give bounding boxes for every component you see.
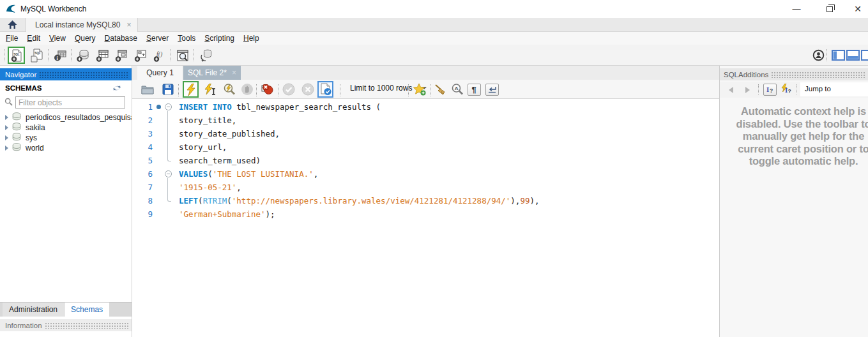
schema-inspector-icon: i [53, 49, 67, 63]
menu-scripting[interactable]: Scripting [200, 34, 239, 43]
schema-inspector-button[interactable]: i [51, 47, 68, 64]
toolbar-separator [278, 84, 278, 96]
tab-close-icon[interactable]: × [232, 68, 236, 77]
create-function-icon: f() [153, 49, 167, 63]
window-title: MySQL Workbench [20, 4, 86, 13]
menu-database[interactable]: Database [100, 34, 142, 43]
tab-administration[interactable]: Administration [3, 303, 65, 317]
explain-plan-button[interactable] [222, 82, 237, 97]
menu-help[interactable]: Help [239, 34, 264, 43]
new-sql-tab-button[interactable]: SQL [8, 47, 25, 64]
navigator-header: Navigator [0, 68, 132, 80]
search-table-data-button[interactable] [174, 47, 191, 64]
connection-tab[interactable]: Local instance MySQL80× [26, 18, 138, 32]
main-toolbar: SQL SQL i f() [0, 45, 868, 66]
beautify-button[interactable] [433, 82, 448, 97]
save-script-button[interactable] [160, 82, 176, 97]
close-button[interactable]: ✕ [848, 0, 867, 18]
marker-column [155, 167, 164, 181]
menu-file[interactable]: File [1, 34, 22, 43]
commit-button[interactable] [281, 82, 296, 97]
toggle-stop-on-error-button[interactable] [259, 82, 275, 97]
schema-item-sys[interactable]: sys [0, 133, 132, 143]
toolbar-separator [71, 49, 72, 61]
restore-icon [826, 6, 833, 12]
expand-arrow-icon[interactable] [5, 135, 8, 140]
save-snippet-button[interactable] [412, 82, 427, 97]
preferences-button[interactable] [810, 47, 827, 64]
create-function-button[interactable]: f() [151, 47, 168, 64]
expand-arrow-icon[interactable] [5, 115, 8, 120]
execute-button[interactable] [183, 81, 199, 98]
home-icon [7, 20, 18, 29]
toolbar-grip [4, 49, 4, 61]
open-script-button[interactable] [140, 82, 155, 97]
sidebar-bottom-tabs: Administration Schemas [0, 302, 132, 317]
tab-sql-file-2[interactable]: SQL File 2*× [183, 66, 241, 80]
search-table-data-icon [176, 49, 190, 63]
expand-arrow-icon[interactable] [5, 125, 8, 130]
schemas-section-label: SCHEMAS [5, 84, 42, 92]
filter-objects-input[interactable] [15, 96, 125, 109]
code-line: 4story_url, [132, 140, 719, 154]
word-wrap-icon [485, 84, 499, 96]
fold-collapse-icon[interactable] [164, 100, 174, 114]
toggle-word-wrap-button[interactable] [484, 82, 499, 97]
create-view-button[interactable] [112, 47, 130, 64]
fold-guide [164, 194, 174, 207]
stop-button[interactable] [240, 82, 255, 97]
toggle-autocommit-button[interactable] [317, 81, 333, 98]
reconnect-dbms-button[interactable] [197, 47, 215, 64]
connection-tab-close-icon[interactable]: × [126, 20, 131, 29]
schema-tree: periodicos_resultados_pesquisasakilasysw… [0, 112, 132, 153]
expand-arrow-icon[interactable] [5, 146, 8, 151]
schema-label: world [26, 144, 44, 153]
restore-button[interactable] [820, 0, 839, 18]
toolbar-separator [171, 49, 171, 61]
open-sql-script-button[interactable]: SQL [28, 47, 45, 64]
toggle-invisible-chars-button[interactable]: ¶ [466, 82, 482, 97]
toolbar-separator [796, 84, 796, 94]
find-magnifier-icon: A [451, 83, 464, 96]
menu-view[interactable]: View [45, 34, 70, 43]
svg-text:?: ? [770, 87, 773, 94]
schema-item-periodicos_resultados_pesquisa[interactable]: periodicos_resultados_pesquisa [0, 112, 132, 123]
create-procedure-button[interactable] [132, 47, 149, 64]
back-icon[interactable] [729, 87, 733, 93]
find-replace-button[interactable]: A [450, 82, 465, 97]
schema-item-sakila[interactable]: sakila [0, 123, 132, 133]
forward-icon[interactable] [745, 87, 750, 93]
limit-rows-dropdown[interactable]: Limit to 1000 rows [350, 84, 420, 93]
menu-tools[interactable]: Tools [173, 34, 200, 43]
menu-query[interactable]: Query [70, 34, 100, 43]
reconnect-dbms-icon [199, 49, 213, 63]
rollback-button[interactable] [300, 82, 316, 97]
sql-code-editor[interactable]: 1INSERT INTO tbl_newspaper_search_result… [132, 99, 719, 337]
jump-to-field[interactable]: Jump to [800, 82, 868, 96]
create-schema-icon [76, 49, 90, 63]
execute-lightning-icon [186, 84, 196, 96]
context-help-button[interactable]: I? [763, 84, 777, 96]
line-number: 9 [132, 207, 155, 221]
toggle-right-sidebar-button[interactable] [859, 47, 868, 64]
toggle-automatic-help-button[interactable]: I? [780, 84, 792, 97]
minimize-button[interactable]: — [787, 0, 806, 18]
fold-guide [164, 127, 174, 140]
code-line: 7'1915-05-21', [132, 181, 719, 194]
refresh-schemas-button[interactable] [112, 84, 121, 94]
svg-text:SQL: SQL [34, 52, 41, 55]
menu-edit[interactable]: Edit [22, 34, 45, 43]
refresh-icon [112, 84, 121, 92]
schema-item-world[interactable]: world [0, 143, 132, 153]
rollback-x-icon [301, 83, 314, 96]
sql-editor-area: Query 1 SQL File 2*× [132, 66, 719, 337]
code-text: LEFT(RTRIM('http://newspapers.library.wa… [174, 194, 540, 207]
tab-query-1[interactable]: Query 1 [137, 66, 183, 80]
create-table-button[interactable] [93, 47, 110, 64]
menu-server[interactable]: Server [142, 34, 173, 43]
fold-collapse-icon[interactable] [164, 167, 174, 181]
home-tab[interactable] [0, 18, 24, 32]
tab-schemas[interactable]: Schemas [65, 303, 109, 317]
create-schema-button[interactable] [74, 47, 91, 64]
execute-statement-button[interactable] [202, 82, 218, 97]
